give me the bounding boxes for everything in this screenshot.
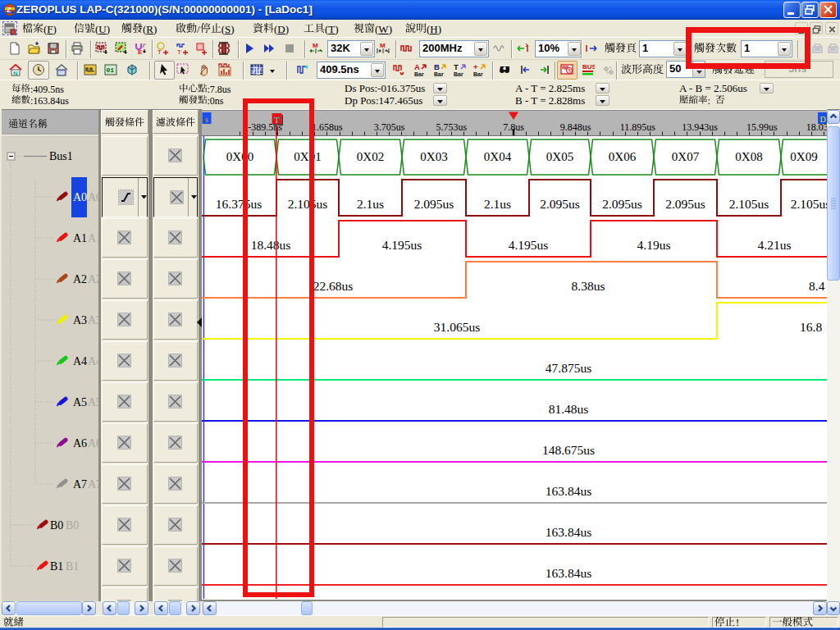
svg-text:A2: A2	[73, 273, 87, 285]
svg-text:Bar: Bar	[434, 71, 444, 77]
svg-text:T: T	[158, 48, 162, 55]
svg-text:A0: A0	[73, 191, 87, 203]
svg-text:3.705us: 3.705us	[374, 121, 405, 133]
svg-text:A5: A5	[88, 396, 98, 409]
svg-text:A4: A4	[73, 355, 87, 368]
svg-text:A1: A1	[88, 232, 98, 244]
svg-text:8.4: 8.4	[809, 279, 825, 293]
svg-text:2.1us: 2.1us	[357, 197, 384, 211]
svg-text:D: D	[819, 115, 825, 124]
svg-text:M: M	[313, 42, 318, 49]
svg-text:B: B	[434, 63, 440, 71]
svg-text:2.105us: 2.105us	[729, 197, 769, 211]
svg-text:0X07: 0X07	[672, 150, 700, 163]
svg-text:A5: A5	[73, 396, 87, 409]
svg-text:A0: A0	[88, 191, 98, 203]
svg-text:2.105us: 2.105us	[791, 197, 827, 211]
svg-text:Bar: Bar	[473, 71, 483, 77]
svg-text:4.195us: 4.195us	[509, 238, 549, 252]
svg-text:B0: B0	[66, 519, 79, 532]
svg-text:4.21us: 4.21us	[758, 238, 792, 252]
svg-text:A: A	[414, 63, 420, 71]
svg-text:2.095us: 2.095us	[414, 197, 454, 211]
svg-text:T: T	[454, 63, 459, 71]
svg-text:0X09: 0X09	[790, 150, 817, 163]
svg-text:16.8: 16.8	[800, 320, 822, 334]
svg-text:5.753us: 5.753us	[436, 121, 467, 133]
svg-text:4.19us: 4.19us	[637, 238, 671, 252]
svg-text:11.895us: 11.895us	[620, 121, 656, 133]
svg-text:1.658us: 1.658us	[312, 121, 343, 133]
svg-text:22.68us: 22.68us	[313, 279, 354, 293]
svg-text:A2: A2	[88, 273, 98, 285]
svg-text:+: +	[473, 63, 478, 71]
svg-text:2.095us: 2.095us	[540, 197, 580, 211]
svg-text:A7: A7	[88, 478, 98, 491]
svg-text:B1: B1	[50, 560, 63, 573]
svg-text:163.84us: 163.84us	[546, 525, 591, 539]
svg-text:163.84us: 163.84us	[546, 566, 591, 580]
svg-text:A6: A6	[73, 437, 87, 450]
svg-text:13.943us: 13.943us	[682, 121, 718, 133]
svg-text:Bus1: Bus1	[49, 150, 73, 162]
svg-text:B1: B1	[66, 560, 79, 573]
svg-text:H2: H2	[58, 71, 65, 75]
svg-text:M: M	[380, 42, 386, 49]
svg-text:0X03: 0X03	[420, 150, 447, 163]
svg-text:E: E	[138, 48, 143, 56]
svg-text:4.195us: 4.195us	[382, 238, 422, 252]
svg-text:N: N	[13, 70, 18, 76]
svg-text:T: T	[177, 48, 181, 55]
svg-text:A1: A1	[73, 232, 87, 244]
svg-text:Bar: Bar	[414, 71, 424, 77]
svg-text:A3: A3	[73, 314, 87, 326]
svg-text:s: s	[205, 115, 208, 124]
svg-text:BUS: BUS	[582, 63, 595, 71]
svg-text:15.99us: 15.99us	[746, 121, 778, 133]
svg-text:A3: A3	[88, 314, 98, 326]
svg-text:0X08: 0X08	[735, 150, 762, 163]
svg-text:0X06: 0X06	[609, 150, 637, 163]
svg-text:163.84us: 163.84us	[546, 484, 591, 498]
svg-text:9.848us: 9.848us	[560, 121, 591, 133]
svg-text:B0: B0	[50, 519, 63, 532]
svg-text:Z: Z	[7, 6, 11, 14]
svg-text:0X04: 0X04	[484, 150, 512, 163]
svg-text:Bar: Bar	[454, 71, 463, 77]
svg-text:148.675us: 148.675us	[542, 443, 595, 457]
svg-text:A4: A4	[88, 355, 98, 368]
svg-text:2.095us: 2.095us	[602, 197, 642, 211]
svg-text:01: 01	[107, 66, 115, 74]
svg-text:31.065us: 31.065us	[434, 320, 480, 334]
svg-text:A6: A6	[88, 437, 98, 450]
svg-text:A7: A7	[73, 478, 87, 491]
svg-text:47.875us: 47.875us	[546, 361, 591, 375]
svg-text:8.38us: 8.38us	[572, 279, 605, 293]
svg-text:81.48us: 81.48us	[549, 402, 589, 416]
svg-text:2.1us: 2.1us	[484, 197, 511, 211]
svg-text:0X05: 0X05	[546, 150, 573, 163]
svg-text:2.095us: 2.095us	[665, 197, 705, 211]
svg-text:0X02: 0X02	[357, 150, 384, 163]
